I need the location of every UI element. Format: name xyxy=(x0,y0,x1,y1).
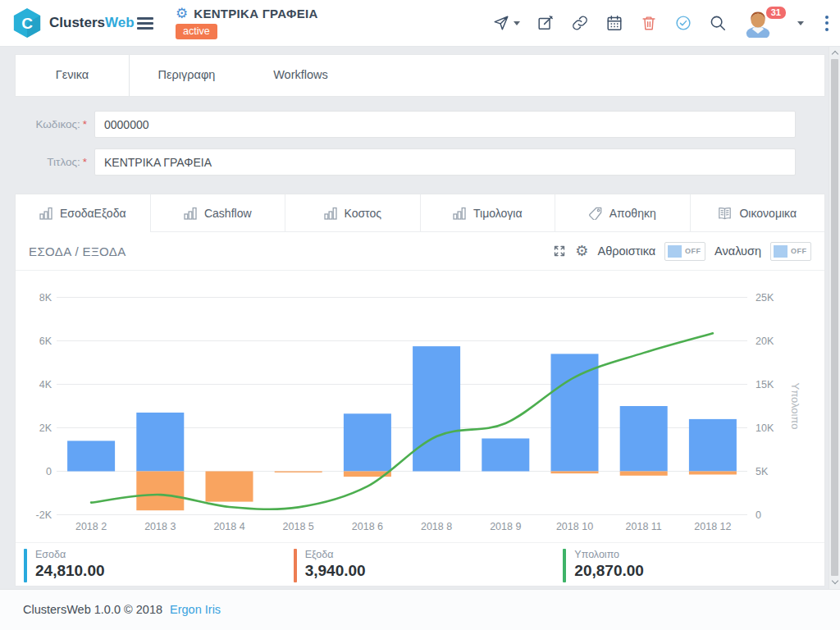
toggle-state: OFF xyxy=(685,247,701,255)
tab-timologia[interactable]: Τιμολογια xyxy=(421,194,556,232)
page-title: ΚΕΝΤΡΙΚΑ ΓΡΑΦΕΙΑ xyxy=(194,7,317,21)
footer-link[interactable]: Ergon Iris xyxy=(170,603,221,616)
bar-chart-icon xyxy=(453,207,466,220)
expenses-value: 3,940.00 xyxy=(305,562,366,580)
summary-card-expenses: Εξοδα 3,940.00 xyxy=(285,543,555,587)
hamburger-menu-icon[interactable] xyxy=(137,17,153,33)
toggle-state: OFF xyxy=(791,247,807,255)
svg-text:4K: 4K xyxy=(39,379,52,390)
svg-text:Υπολοιπο: Υπολοιπο xyxy=(789,383,801,430)
svg-text:2018 3: 2018 3 xyxy=(144,521,176,532)
code-field[interactable] xyxy=(94,111,796,138)
svg-text:2018 11: 2018 11 xyxy=(626,521,662,532)
svg-text:25K: 25K xyxy=(756,292,774,304)
summary-card-balance: Υπολοιπο 20,870.00 xyxy=(555,543,824,587)
main-content: Γενικα Περιγραφη Workflows Κωδικος:* Τιτ… xyxy=(0,46,840,589)
tag-icon xyxy=(589,207,602,220)
cumulative-toggle[interactable]: OFF xyxy=(664,242,705,261)
user-avatar[interactable]: 31 xyxy=(743,8,774,38)
svg-text:2018 8: 2018 8 xyxy=(421,521,452,532)
svg-text:2018 4: 2018 4 xyxy=(213,521,244,532)
tab-perigrafi[interactable]: Περιγραφη xyxy=(130,55,244,96)
toggle-knob xyxy=(774,245,788,258)
income-accent-bar xyxy=(24,549,27,582)
tab-cashflow[interactable]: Cashflow xyxy=(151,194,286,232)
svg-text:2K: 2K xyxy=(39,422,52,434)
status-badge: active xyxy=(176,24,217,39)
footer-text: ClustersWeb 1.0.0 © 2018 xyxy=(23,603,162,616)
bar-chart-icon xyxy=(184,207,197,220)
cumulative-toggle-label: Αθροιστικα xyxy=(597,244,655,258)
balance-label: Υπολοιπο xyxy=(574,549,644,560)
form-row-code: Κωδικος:* xyxy=(0,111,840,138)
bar-chart-icon xyxy=(324,207,337,220)
analysis-toggle[interactable]: OFF xyxy=(770,242,811,261)
svg-text:2018 12: 2018 12 xyxy=(694,521,731,532)
income-value: 24,810.00 xyxy=(35,562,105,580)
code-label: Κωδικος:* xyxy=(0,111,87,138)
income-expense-chart: 8K6K4K2K0-2K25K20K15K10K5K0Υπολοιπο2018 … xyxy=(16,271,826,542)
summary-row: Εσοδα 24,810.00 Εξοδα 3,940.00 Υπολοιπο … xyxy=(16,542,824,587)
svg-text:5K: 5K xyxy=(756,466,769,477)
tab-kostos[interactable]: Κοστος xyxy=(285,194,421,232)
svg-text:2018 2: 2018 2 xyxy=(75,521,107,532)
svg-text:0: 0 xyxy=(46,466,52,477)
toggle-knob xyxy=(668,245,682,258)
book-icon xyxy=(718,207,732,220)
svg-text:0: 0 xyxy=(756,509,761,521)
entity-header: ⚙ ΚΕΝΤΡΙΚΑ ΓΡΑΦΕΙΑ active xyxy=(176,7,318,39)
vertical-scrollbar[interactable] xyxy=(829,46,840,589)
user-dropdown-caret[interactable] xyxy=(797,21,804,25)
check-circle-icon[interactable] xyxy=(674,14,692,32)
scroll-down-button[interactable] xyxy=(829,576,840,588)
bar-chart-icon xyxy=(39,207,52,220)
chart-settings-gear-icon[interactable]: ⚙ xyxy=(575,244,588,258)
analysis-toggle-label: Αναλυση xyxy=(714,244,761,258)
svg-text:2018 5: 2018 5 xyxy=(283,521,314,532)
svg-text:2018 6: 2018 6 xyxy=(352,521,383,532)
calendar-icon[interactable] xyxy=(605,14,623,32)
more-options-icon[interactable] xyxy=(820,16,829,31)
form-row-title: Τιτλος:* xyxy=(0,148,840,176)
trash-icon[interactable] xyxy=(640,14,658,32)
title-field[interactable] xyxy=(94,148,796,176)
send-button[interactable] xyxy=(492,14,520,32)
summary-card-income: Εσοδα 24,810.00 xyxy=(16,543,285,587)
clusters-logo-icon: C xyxy=(11,7,43,39)
svg-text:10K: 10K xyxy=(756,422,774,434)
tab-esoda-exoda[interactable]: ΕσοδαΕξοδα xyxy=(16,194,151,232)
notification-badge: 31 xyxy=(765,5,788,21)
svg-text:20K: 20K xyxy=(756,336,774,347)
expand-icon[interactable] xyxy=(553,244,566,258)
svg-text:C: C xyxy=(21,15,33,32)
svg-text:2018 10: 2018 10 xyxy=(556,521,593,532)
tab-apothiki[interactable]: Αποθηκη xyxy=(555,194,691,232)
edit-icon[interactable] xyxy=(536,14,555,32)
top-bar: C ClustersWeb ⚙ ΚΕΝΤΡΙΚΑ ΓΡΑΦΕΙΑ active xyxy=(0,0,840,47)
scrollbar-thumb[interactable] xyxy=(831,59,838,576)
brand-name: ClustersWeb xyxy=(49,15,135,31)
tab-workflows[interactable]: Workflows xyxy=(244,55,358,96)
tab-oikonomika[interactable]: Οικονομικα xyxy=(691,194,825,232)
svg-text:-2K: -2K xyxy=(36,509,52,521)
chart-panel-header: ΕΣΟΔΑ / ΕΞΟΔΑ ⚙ Αθροιστικα OFF Αναλυση xyxy=(16,232,824,271)
svg-text:8K: 8K xyxy=(39,292,52,304)
svg-text:6K: 6K xyxy=(39,336,52,347)
footer: ClustersWeb 1.0.0 © 2018 Ergon Iris xyxy=(0,589,840,630)
search-icon[interactable] xyxy=(709,14,727,32)
scroll-up-button[interactable] xyxy=(829,47,840,59)
entity-gear-icon[interactable]: ⚙ xyxy=(176,7,188,21)
chart-title: ΕΣΟΔΑ / ΕΞΟΔΑ xyxy=(29,244,126,258)
chart-panel: ΕΣΟΔΑ / ΕΞΟΔΑ ⚙ Αθροιστικα OFF Αναλυση xyxy=(15,232,825,587)
main-tab-bar: Γενικα Περιγραφη Workflows xyxy=(15,54,825,97)
chart-tab-bar: ΕσοδαΕξοδα Cashflow Κοστος Τιμολογια Απο… xyxy=(15,194,825,232)
link-icon[interactable] xyxy=(571,14,589,32)
toolbar-actions: 31 xyxy=(492,0,829,46)
app-logo[interactable]: C ClustersWeb xyxy=(11,7,135,39)
send-icon xyxy=(492,14,510,32)
balance-accent-bar xyxy=(563,549,566,582)
title-label: Τιτλος:* xyxy=(0,148,87,176)
balance-value: 20,870.00 xyxy=(574,562,644,580)
tab-genika[interactable]: Γενικα xyxy=(16,55,130,96)
income-label: Εσοδα xyxy=(35,549,105,560)
